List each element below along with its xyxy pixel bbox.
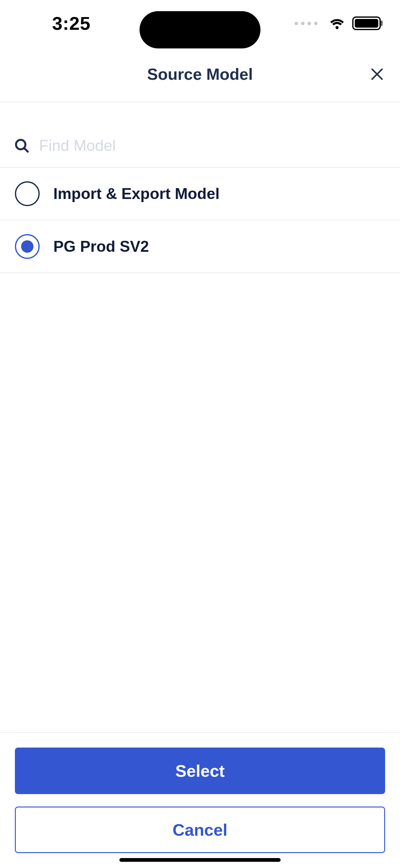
search-icon	[14, 137, 30, 154]
status-indicators	[295, 17, 381, 30]
radio-checked-icon	[15, 234, 40, 259]
list-item[interactable]: Import & Export Model	[0, 168, 400, 220]
footer-actions: Select Cancel	[0, 732, 400, 868]
list-item-label: PG Prod SV2	[53, 238, 149, 255]
list-item-label: Import & Export Model	[53, 185, 220, 203]
device-notch	[139, 11, 261, 49]
close-icon	[370, 67, 385, 82]
wifi-icon	[329, 17, 345, 30]
status-bar: 3:25	[0, 0, 400, 46]
search-input[interactable]	[39, 136, 386, 155]
close-button[interactable]	[368, 65, 386, 83]
status-clock: 3:25	[52, 13, 91, 34]
svg-line-1	[25, 148, 28, 152]
search-field[interactable]	[14, 136, 386, 155]
page-title: Source Model	[147, 65, 253, 84]
select-button[interactable]: Select	[15, 748, 385, 794]
battery-icon	[352, 17, 381, 30]
radio-unchecked-icon	[15, 181, 40, 206]
home-indicator	[120, 858, 280, 862]
nav-bar: Source Model	[0, 46, 400, 102]
signal-dots-icon	[295, 22, 318, 25]
list-item[interactable]: PG Prod SV2	[0, 220, 400, 273]
cancel-button[interactable]: Cancel	[15, 807, 385, 853]
model-list: Import & Export Model PG Prod SV2	[0, 168, 400, 732]
